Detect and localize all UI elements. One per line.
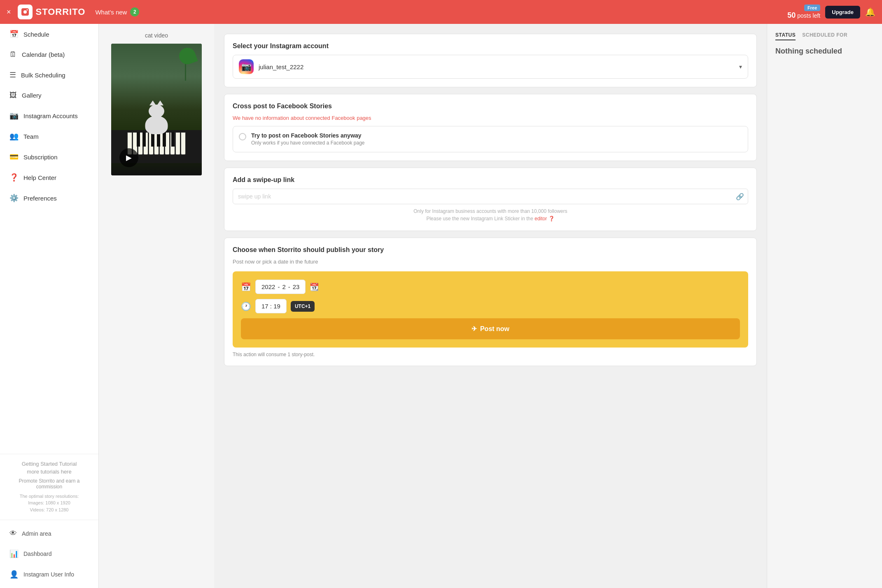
- cross-post-description: We have no information about connected F…: [233, 115, 748, 121]
- sidebar-item-label: Preferences: [23, 195, 57, 202]
- sidebar-item-label: Dashboard: [23, 551, 52, 557]
- facebook-stories-option[interactable]: Try to post on Facebook Stories anyway O…: [233, 126, 748, 152]
- checkbox-text: Try to post on Facebook Stories anyway O…: [251, 132, 365, 146]
- app-header: × STORRITO What's new 2 Free 50 posts le…: [0, 0, 882, 24]
- time-row: 🕐 17 : 19 UTC+1: [241, 299, 740, 313]
- whats-new-badge: 2: [130, 7, 139, 16]
- sidebar: 📅 Schedule 🗓 Calendar (beta) ☰ Bulk Sche…: [0, 24, 99, 588]
- sidebar-item-instagram-accounts[interactable]: 📷 Instagram Accounts: [0, 105, 98, 126]
- instagram-logo-icon: 📷: [239, 59, 254, 74]
- swipe-note: Only for Instagram business accounts wit…: [233, 208, 748, 222]
- instagram-icon: 📷: [9, 111, 19, 120]
- sidebar-item-calendar[interactable]: 🗓 Calendar (beta): [0, 44, 98, 65]
- main-content: cat video: [99, 24, 882, 588]
- logo-text: STORRITO: [36, 7, 86, 17]
- resolution-info: The optimal story resolutions: Images: 1…: [8, 493, 90, 513]
- sidebar-item-label: Schedule: [23, 31, 49, 38]
- help-icon: ❓: [9, 173, 19, 182]
- sidebar-item-schedule[interactable]: 📅 Schedule: [0, 24, 98, 44]
- swipe-up-input[interactable]: [233, 189, 748, 204]
- time-input[interactable]: 17 : 19: [255, 299, 287, 313]
- datetime-box: 📅 2022 - 2 - 23 📆 🕐 17: [233, 271, 748, 348]
- sidebar-item-label: Subscription: [23, 154, 58, 161]
- sidebar-item-help[interactable]: ❓ Help Center: [0, 167, 98, 188]
- media-preview: ▶: [111, 44, 202, 175]
- tutorial-sub: more tutorials here: [8, 469, 90, 475]
- calendar-icon: 🗓: [9, 50, 17, 59]
- cat-body: [145, 116, 168, 134]
- cross-post-card: Cross post to Facebook Stories We have n…: [224, 94, 757, 161]
- editor-link[interactable]: editor: [534, 216, 547, 222]
- open-calendar-icon[interactable]: 📆: [310, 282, 319, 292]
- sidebar-item-team[interactable]: 👥 Team: [0, 126, 98, 147]
- app-logo: STORRITO: [18, 5, 86, 19]
- calendar-icon: 📅: [241, 282, 251, 292]
- sidebar-item-label: Calendar (beta): [22, 51, 65, 58]
- sidebar-item-user-info[interactable]: 👤 Instagram User Info: [0, 564, 98, 585]
- cross-post-title: Cross post to Facebook Stories: [233, 103, 748, 110]
- whats-new-button[interactable]: What's new 2: [95, 7, 139, 16]
- tab-status[interactable]: STATUS: [775, 32, 796, 40]
- free-badge: Free: [804, 5, 820, 11]
- clock-icon: 🕐: [241, 301, 251, 311]
- notification-bell-icon[interactable]: 🔔: [865, 7, 875, 17]
- gallery-icon: 🖼: [9, 91, 17, 100]
- sidebar-item-label: Admin area: [22, 530, 51, 537]
- bulk-icon: ☰: [9, 70, 16, 79]
- nav-items: 📅 Schedule 🗓 Calendar (beta) ☰ Bulk Sche…: [0, 24, 98, 208]
- play-button[interactable]: ▶: [119, 148, 138, 167]
- sidebar-item-preferences[interactable]: ⚙️ Preferences: [0, 188, 98, 208]
- sidebar-item-label: Instagram User Info: [23, 571, 74, 578]
- cat-head: [149, 105, 164, 118]
- promote-text: Promote Storrito and earn a commission: [8, 478, 90, 490]
- black-keys: [111, 132, 202, 147]
- post-now-button[interactable]: ✈ Post now: [241, 318, 740, 339]
- close-icon[interactable]: ×: [7, 8, 11, 16]
- sidebar-item-label: Gallery: [22, 92, 42, 99]
- sidebar-item-gallery[interactable]: 🖼 Gallery: [0, 85, 98, 105]
- posts-left: 50 posts left: [787, 11, 820, 20]
- sidebar-item-label: Instagram Accounts: [23, 112, 78, 119]
- chevron-down-icon: ▾: [739, 63, 742, 70]
- svg-point-2: [26, 9, 28, 11]
- upgrade-button[interactable]: Upgrade: [825, 6, 860, 19]
- media-title: cat video: [145, 32, 168, 39]
- link-icon: 🔗: [736, 193, 744, 201]
- tutorial-link[interactable]: Getting Started Tutorial: [8, 461, 90, 467]
- select-account-title: Select your Instagram account: [233, 42, 748, 50]
- publish-subtitle: Post now or pick a date in the future: [233, 259, 748, 265]
- right-panel-tabs: STATUS SCHEDULED FOR: [775, 32, 874, 40]
- sidebar-footer: Getting Started Tutorial more tutorials …: [0, 454, 98, 520]
- app-body: 📅 Schedule 🗓 Calendar (beta) ☰ Bulk Sche…: [0, 24, 882, 588]
- header-right: Free 50 posts left Upgrade 🔔: [787, 5, 875, 20]
- help-icon-small: ❓: [548, 216, 555, 222]
- instagram-account-card: Select your Instagram account 📷 julian_t…: [224, 34, 757, 87]
- dashboard-icon: 📊: [9, 549, 19, 558]
- account-name: julian_test_2222: [259, 63, 734, 70]
- team-icon: 👥: [9, 132, 19, 141]
- sidebar-bottom: 👁 Admin area 📊 Dashboard 👤 Instagram Use…: [0, 520, 98, 588]
- account-selector[interactable]: 📷 julian_test_2222 ▾: [233, 55, 748, 79]
- date-input[interactable]: 2022 - 2 - 23: [255, 280, 306, 294]
- publish-card: Choose when Storrito should publish your…: [224, 238, 757, 366]
- connected-link[interactable]: connected: [306, 115, 330, 121]
- tab-scheduled-for[interactable]: SCHEDULED FOR: [802, 32, 847, 40]
- whats-new-label: What's new: [95, 9, 127, 16]
- media-panel: cat video: [99, 24, 214, 588]
- send-icon: ✈: [471, 325, 477, 333]
- subscription-icon: 💳: [9, 152, 19, 161]
- logo-icon: [18, 5, 33, 19]
- date-row: 📅 2022 - 2 - 23 📆: [241, 280, 740, 294]
- svg-point-1: [23, 10, 27, 14]
- radio-button[interactable]: [239, 133, 246, 140]
- sidebar-item-subscription[interactable]: 💳 Subscription: [0, 147, 98, 167]
- schedule-icon: 📅: [9, 30, 19, 39]
- sidebar-item-bulk[interactable]: ☰ Bulk Scheduling: [0, 65, 98, 85]
- sidebar-item-dashboard[interactable]: 📊 Dashboard: [0, 544, 98, 564]
- sidebar-item-admin[interactable]: 👁 Admin area: [0, 523, 98, 544]
- sidebar-item-label: Bulk Scheduling: [21, 72, 65, 79]
- swipe-up-title: Add a swipe-up link: [233, 176, 748, 184]
- admin-icon: 👁: [9, 529, 17, 538]
- plant-right: [173, 48, 198, 97]
- nothing-scheduled: Nothing scheduled: [775, 47, 874, 56]
